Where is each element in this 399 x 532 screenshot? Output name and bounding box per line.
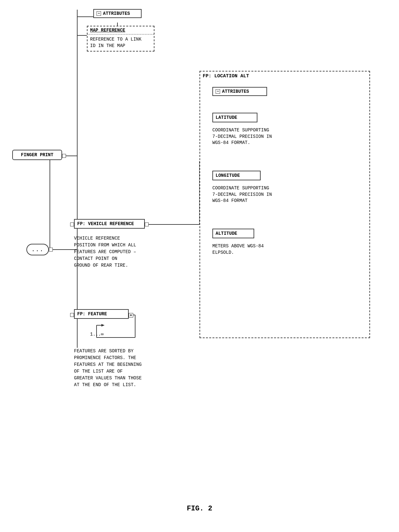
feature-multiplicity-value: 1...∞ [90, 332, 104, 337]
map-reference-content: REFERENCE TO A LINKID IN THE MAP [88, 34, 154, 51]
figure-label: FIG. 2 [187, 505, 212, 513]
latitude-box: LATITUDE [212, 113, 257, 122]
feature-description: FEATURES ARE SORTED BYPROMINENCE FACTORS… [74, 348, 171, 388]
altitude-box: ALTITUDE [212, 229, 254, 238]
finger-print-box: FINGER PRINT [12, 150, 62, 160]
altitude-description: METERS ABOVE WGS-84ELPSOLD. [212, 243, 296, 256]
finger-print-label: FINGER PRINT [21, 152, 53, 157]
vehicle-reference-label: FP: VEHICLE REFERENCE [77, 221, 134, 226]
minus-icon-inner: − [216, 89, 220, 94]
longitude-description: COORDINATE SUPPORTING7-DECIMAL PRECISION… [212, 185, 296, 204]
feature-plus-connector: + [129, 313, 133, 318]
latitude-label: LATITUDE [216, 115, 237, 120]
dot-connector-right-sq [49, 248, 53, 252]
dot-connector: ... [26, 244, 49, 255]
minus-icon-main: − [97, 11, 101, 16]
location-alt-box [200, 71, 370, 338]
attributes-inner-label: ATTRIBUTES [222, 89, 249, 94]
longitude-box: LONGITUDE [212, 171, 261, 180]
attributes-inner-box: − ATTRIBUTES [212, 87, 267, 96]
dot-connector-dots: ... [32, 246, 44, 253]
attributes-main-label: ATTRIBUTES [103, 11, 130, 16]
latitude-description: COORDINATE SUPPORTING7-DECIMAL PRECISION… [212, 127, 296, 146]
map-reference-header: MAP REFERENCE [88, 26, 154, 34]
vehicle-ref-left-connector [70, 223, 74, 226]
vehicle-ref-right-connector [145, 223, 149, 226]
map-reference-label: MAP REFERENCE [90, 28, 125, 33]
vehicle-reference-description: VEHICLE REFERENCEPOSITION FROM WHICH ALL… [74, 235, 161, 269]
location-alt-label: FP: LOCATION ALT [203, 73, 249, 79]
attributes-main-box: − ATTRIBUTES [93, 9, 142, 18]
feature-box: FP: FEATURE [74, 309, 129, 319]
finger-print-right-connector [62, 154, 66, 158]
diagram: − ATTRIBUTES MAP REFERENCE REFERENCE TO … [0, 0, 399, 532]
feature-left-connector [70, 313, 74, 317]
map-reference-box: MAP REFERENCE REFERENCE TO A LINKID IN T… [87, 26, 154, 52]
vehicle-reference-box: FP: VEHICLE REFERENCE [74, 219, 145, 229]
feature-multiplicity: 1...∞ [90, 332, 104, 337]
feature-label: FP: FEATURE [77, 311, 107, 317]
altitude-label: ALTITUDE [216, 231, 237, 236]
svg-marker-21 [101, 324, 105, 327]
longitude-label: LONGITUDE [216, 173, 240, 178]
